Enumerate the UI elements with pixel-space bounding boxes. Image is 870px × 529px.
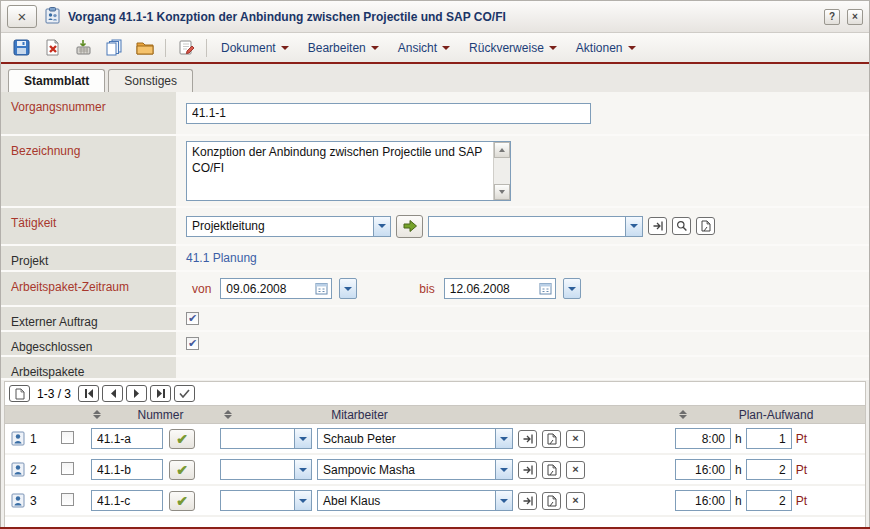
mitarbeiter-value: Schaub Peter [318,432,495,446]
taetigkeit-secondary-select[interactable] [428,216,643,237]
menu-aktionen[interactable]: Aktionen [571,39,641,57]
row-checkbox[interactable] [61,431,74,444]
chevron-down-icon[interactable] [625,217,642,236]
form-row-vorgangsnummer: Vorgangsnummer [1,92,869,136]
person-icon[interactable] [11,493,25,508]
apply-arrow-button[interactable] [396,215,423,238]
scroll-up-icon[interactable] [494,142,510,158]
save-icon[interactable] [10,37,32,59]
mitarbeiter-select[interactable]: Schaub Peter [317,428,513,449]
chevron-down-icon[interactable] [495,460,512,479]
confirm-check-icon[interactable]: ✔ [169,491,195,511]
new-document-icon[interactable] [542,492,561,510]
prev-page-icon[interactable] [102,385,123,402]
row-type-select[interactable] [220,428,312,449]
row-type-select[interactable] [220,459,312,480]
toolbar-separator [206,39,207,57]
chevron-down-icon [628,46,636,50]
delete-document-icon[interactable] [41,37,63,59]
chevron-down-icon[interactable] [294,491,311,510]
open-reference-icon[interactable] [648,217,667,235]
hours-input[interactable] [675,459,731,480]
first-page-icon[interactable] [78,385,99,402]
page-icon[interactable] [9,385,30,402]
vorgangsnummer-input[interactable] [186,103,591,124]
menu-dokument[interactable]: Dokument [216,39,294,57]
confirm-check-icon[interactable]: ✔ [169,460,195,480]
sort-icon[interactable] [224,410,232,419]
abgeschlossen-checkbox[interactable]: ✔ [186,337,199,350]
pagination-range: 1-3 / 3 [37,387,71,401]
close-icon[interactable]: × [7,5,37,28]
column-header-nummer[interactable]: Nummer [89,406,220,423]
table-header: Nummer Mitarbeiter Plan-Aufwand [5,405,865,424]
column-header-mitarbeiter[interactable]: Mitarbeiter [220,406,675,423]
abgeschlossen-label: Abgeschlossen [1,332,176,355]
scrollbar[interactable] [493,142,510,200]
mitarbeiter-select[interactable]: Abel Klaus [317,490,513,511]
select-all-icon[interactable] [174,385,195,402]
new-document-icon[interactable] [696,217,715,235]
row-type-select[interactable] [220,490,312,511]
mitarbeiter-select[interactable]: Sampovic Masha [317,459,513,480]
folder-icon[interactable] [134,37,156,59]
new-document-icon[interactable] [542,461,561,479]
form-row-abgeschlossen: Abgeschlossen ✔ [1,332,869,357]
confirm-check-icon[interactable]: ✔ [169,429,195,449]
table-pagination: 1-3 / 3 [5,382,865,405]
delete-icon[interactable]: × [566,492,585,510]
von-date-input[interactable]: 09.06.2008 [220,278,332,299]
open-reference-icon[interactable] [518,430,537,448]
bis-date-input[interactable]: 12.06.2008 [444,278,556,299]
hours-input[interactable] [675,490,731,511]
row-checkbox[interactable] [61,493,74,506]
menu-rueckverweise[interactable]: Rückverweise [464,39,562,57]
delete-icon[interactable]: × [566,461,585,479]
hours-input[interactable] [675,428,731,449]
bezeichnung-label: Bezeichnung [1,136,176,206]
sort-icon[interactable] [93,410,101,419]
close-icon-small[interactable]: × [847,9,863,25]
row-checkbox[interactable] [61,462,74,475]
menu-label: Ansicht [398,41,437,55]
next-page-icon[interactable] [126,385,147,402]
sort-icon[interactable] [679,410,687,419]
new-document-icon[interactable] [542,430,561,448]
unit-hours: h [735,494,742,508]
menu-bearbeiten[interactable]: Bearbeiten [303,39,384,57]
edit-document-icon[interactable] [175,37,197,59]
person-icon[interactable] [11,462,25,477]
nummer-input[interactable] [91,428,163,449]
chevron-down-icon[interactable] [495,491,512,510]
help-button[interactable]: ? [824,9,840,25]
scroll-down-icon[interactable] [494,184,510,200]
last-page-icon[interactable] [150,385,171,402]
chevron-down-icon[interactable] [373,217,390,236]
externer-auftrag-checkbox[interactable]: ✔ [186,312,199,325]
chevron-down-icon[interactable] [294,429,311,448]
tab-stammblatt[interactable]: Stammblatt [8,69,105,92]
taetigkeit-select[interactable]: Projektleitung [186,216,391,237]
row-index: 3 [30,494,37,508]
chevron-down-icon[interactable] [495,429,512,448]
points-input[interactable] [746,459,792,480]
nummer-input[interactable] [91,490,163,511]
tab-sonstiges[interactable]: Sonstiges [108,69,193,92]
points-input[interactable] [746,428,792,449]
chevron-down-icon[interactable] [294,460,311,479]
menu-ansicht[interactable]: Ansicht [393,39,455,57]
open-reference-icon[interactable] [518,461,537,479]
nummer-input[interactable] [91,459,163,480]
projekt-link[interactable]: 41.1 Planung [186,251,257,265]
copy-icon[interactable] [103,37,125,59]
bezeichnung-textarea[interactable]: Konzption der Anbindung zwischen Project… [186,141,511,201]
von-date-dropdown[interactable] [339,278,357,299]
search-icon[interactable] [672,217,691,235]
person-icon[interactable] [11,431,25,446]
open-reference-icon[interactable] [518,492,537,510]
column-header-plan-aufwand[interactable]: Plan-Aufwand [675,406,865,423]
delete-icon[interactable]: × [566,430,585,448]
import-icon[interactable] [72,37,94,59]
points-input[interactable] [746,490,792,511]
bis-date-dropdown[interactable] [563,278,581,299]
